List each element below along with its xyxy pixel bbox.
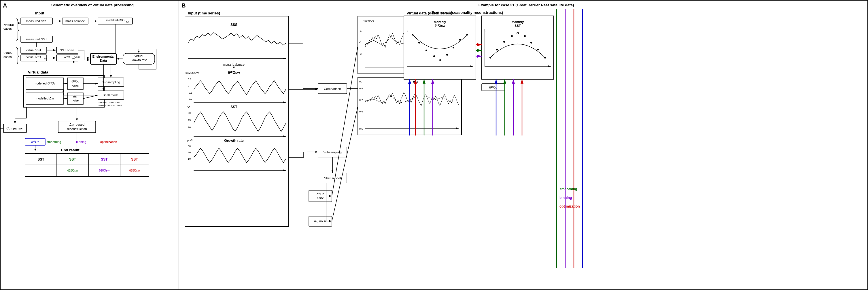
monthly-sst-label: SST xyxy=(515,24,521,27)
end-result-label: End result xyxy=(61,148,80,152)
d47-y4: 0.5 xyxy=(359,127,363,130)
dot6 xyxy=(446,54,448,56)
virtual-sst-text: virtual SST xyxy=(26,49,41,52)
d47-y2: 0.7 xyxy=(359,98,363,102)
d18oc-noise-b-text2: noise xyxy=(317,197,324,200)
kim-reference1: Kim and O'Neil, 1997 xyxy=(98,101,120,104)
d18oc-depth-y3: -3 xyxy=(359,53,362,55)
modelled-d18oc-text: modelled δ¹⁸Oc xyxy=(34,82,56,85)
sst-dot7 xyxy=(530,42,532,44)
sst-y3: 20 xyxy=(188,126,191,129)
kim-reference2: Bernasconi et al., 2018 xyxy=(98,104,122,107)
d18oc-noise-b-text1: δ¹⁸Oc xyxy=(317,193,324,196)
virtual-growth-rate-text1: virtual xyxy=(134,54,143,58)
modelled-d18osw-sub: sw xyxy=(126,21,129,23)
d18osw-yaxis-label: %oVSMOW xyxy=(185,71,199,75)
d18osw-col3: δ18Osw xyxy=(99,169,110,172)
main-container: A Schematic overview of virtual data pro… xyxy=(0,0,868,290)
virtual-cases-brace xyxy=(17,48,19,64)
sst-dot9 xyxy=(544,57,546,59)
input-ts-label: Input (time series) xyxy=(188,11,220,15)
d47-yaxis-label: ‰ xyxy=(359,81,362,84)
sst-col2: SST xyxy=(69,157,76,162)
gr-y3: 10 xyxy=(188,157,191,160)
shell-model-b-text: Shell model xyxy=(324,176,341,180)
d47-noise-text2: noise xyxy=(72,99,79,102)
modelled-d18osw-text: modelled δ¹⁸O xyxy=(106,19,124,22)
dot3 xyxy=(426,50,427,51)
panel-b-label: B xyxy=(182,2,186,9)
comparison-text: Comparison xyxy=(6,126,23,130)
dot8 xyxy=(459,39,461,41)
gr-yaxis-b: μm/d xyxy=(187,139,193,142)
d18osw-y1: 0.1 xyxy=(188,78,192,81)
sst-dot1 xyxy=(490,57,491,59)
gr-b-label: Growth rate xyxy=(224,139,244,143)
panel-a-label: A xyxy=(3,2,7,9)
modelled-d47-text: modelled Δ₄₇ xyxy=(35,96,54,100)
panel-b-title: Example for case 31 (Great Barrier Reef … xyxy=(187,3,865,7)
measured-sss-text: measured SSS xyxy=(26,19,47,23)
subsampling-b-text: Subsampling xyxy=(323,150,342,154)
dot9 xyxy=(466,34,468,35)
sst-col3: SST xyxy=(101,157,108,162)
smoothing-label: smoothing xyxy=(47,140,61,144)
d18osw-y2: 0- xyxy=(188,84,190,87)
panel-a-diagram: Input Natural cases measured SSS measure… xyxy=(1,9,174,280)
virtual-d18osw-text: virtual δ¹⁸O xyxy=(27,56,41,59)
env-data-text1: Environmental xyxy=(92,55,114,58)
d18osw-y4: -0.2 xyxy=(188,97,192,100)
d18oc-depth-yaxis: %oVPDB xyxy=(364,19,374,22)
gr-y1: 30 xyxy=(188,145,191,148)
binning-label: binning xyxy=(76,140,86,144)
binning-b-label: binning xyxy=(559,196,572,200)
d18osw-col4: δ18Osw xyxy=(129,169,140,172)
dot7 xyxy=(453,47,454,49)
d18oc-depth-y1: -1 xyxy=(359,29,362,32)
d47-y3: 0.6 xyxy=(359,110,363,113)
d18oc-noise-box xyxy=(67,78,83,89)
svg-text:cases: cases xyxy=(3,27,12,30)
subsampling-text: Subsampling xyxy=(102,81,120,84)
sss-label: SSS xyxy=(230,23,237,27)
sst-dot8 xyxy=(537,49,539,51)
sst-col1: SST xyxy=(37,157,44,162)
sst-dot6 xyxy=(524,35,526,37)
panel-a-title: Schematic overview of virtual data proce… xyxy=(9,3,176,7)
sst-y2: 25 xyxy=(188,119,191,122)
natural-cases-label: Natural xyxy=(3,23,13,27)
arrow-d47noise-chart xyxy=(332,107,358,221)
panel-b: B Example for case 31 (Great Barrier Ree… xyxy=(179,1,867,289)
monthly-sst-text: Monthly xyxy=(512,20,524,24)
optimization-label: optimization xyxy=(100,140,117,144)
d18osw-b-label: δ¹⁸Osw xyxy=(228,70,240,75)
dot2 xyxy=(418,42,420,44)
d18oc-depth-y2: -2 xyxy=(359,41,362,44)
svg-text:cases: cases xyxy=(3,55,12,59)
virtual-growth-rate-text2: Growth rate xyxy=(130,58,147,62)
monthly-d18osw-text: Monthly xyxy=(434,20,446,24)
d18osw-y3: -0.1 xyxy=(188,91,192,94)
svg-text:noise: noise xyxy=(74,56,81,59)
panel-a: A Schematic overview of virtual data pro… xyxy=(1,1,179,289)
sst-col4: SST xyxy=(131,157,138,162)
dot4 xyxy=(433,55,435,57)
sst-dot4 xyxy=(511,35,513,37)
virtual-data-label: Virtual data xyxy=(28,70,49,75)
d18oc-blue-text: δ¹⁸Oc xyxy=(31,140,39,144)
env-data-text2: Data xyxy=(100,59,107,62)
d18oc-noise-text1: δ¹⁸Oc xyxy=(71,80,79,83)
d47-recon-text2: reconstruction xyxy=(67,127,87,130)
sst-dot3 xyxy=(503,41,505,43)
natural-cases-brace xyxy=(17,19,19,40)
optimization-b-label: optimization xyxy=(559,204,580,208)
d47-noise-box xyxy=(67,93,83,104)
measured-sst-text: measured SST xyxy=(26,37,47,41)
d47-noise-b-text: Δ₄₇ noise xyxy=(314,220,327,223)
virtual-cases-label: Virtual xyxy=(3,51,12,55)
gr-y2: 20 xyxy=(188,151,191,154)
comparison-b-text: Comparison xyxy=(324,87,341,90)
sst-y1: 30 xyxy=(188,112,191,114)
sst-yaxis-b: °C xyxy=(187,106,190,109)
shell-model-text: Shell model xyxy=(102,93,119,97)
